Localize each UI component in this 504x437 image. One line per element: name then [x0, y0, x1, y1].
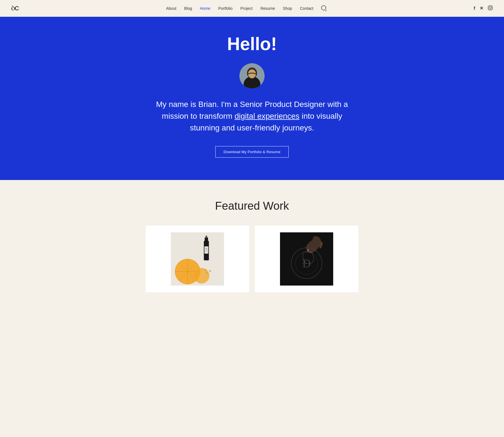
- nav-about[interactable]: About: [166, 6, 176, 11]
- nav-shop[interactable]: Shop: [283, 6, 292, 11]
- featured-section: Featured Work: [0, 180, 504, 303]
- site-logo[interactable]: ꝺc: [11, 4, 19, 13]
- search-icon[interactable]: [321, 5, 326, 10]
- nav-contact[interactable]: Contact: [300, 6, 313, 11]
- nav-blog[interactable]: Blog: [184, 6, 192, 11]
- card-dark[interactable]: Ð: [255, 226, 358, 292]
- hero-description: My name is Brian. I'm a Senior Product D…: [154, 99, 350, 134]
- svg-point-2: [491, 6, 492, 7]
- svg-point-1: [489, 7, 491, 9]
- svg-rect-0: [488, 6, 493, 10]
- cards-grid: PIXI glow serum Ð: [146, 226, 358, 292]
- download-cta-button[interactable]: Download My Portfolio & Resume: [215, 146, 288, 158]
- nav-home[interactable]: Home: [200, 6, 210, 11]
- social-links: f ✕: [474, 5, 493, 11]
- hero-section: Hello! My name is Brian. I'm a Senior Pr…: [0, 17, 504, 180]
- nav-links: About Blog Home Portfolio Project Resume…: [166, 5, 326, 11]
- svg-point-29: [307, 249, 309, 252]
- nav-project[interactable]: Project: [241, 6, 253, 11]
- hero-link[interactable]: digital experiences: [235, 112, 300, 120]
- nav-resume[interactable]: Resume: [260, 6, 275, 11]
- nav-portfolio[interactable]: Portfolio: [218, 6, 232, 11]
- facebook-icon[interactable]: f: [474, 6, 475, 11]
- twitter-x-icon[interactable]: ✕: [480, 6, 483, 11]
- svg-rect-18: [206, 236, 207, 238]
- featured-title: Featured Work: [11, 200, 493, 212]
- svg-text:glow serum: glow serum: [205, 250, 208, 251]
- svg-text:PIXI: PIXI: [206, 248, 207, 249]
- card-cosmetic[interactable]: PIXI glow serum: [146, 226, 249, 292]
- svg-rect-17: [205, 237, 208, 241]
- svg-point-15: [194, 268, 209, 284]
- svg-text:Ð: Ð: [302, 257, 311, 270]
- navbar: ꝺc About Blog Home Portfolio Project Res…: [0, 0, 504, 17]
- avatar: [239, 63, 265, 88]
- hero-greeting: Hello!: [6, 34, 498, 54]
- instagram-icon[interactable]: [488, 5, 493, 11]
